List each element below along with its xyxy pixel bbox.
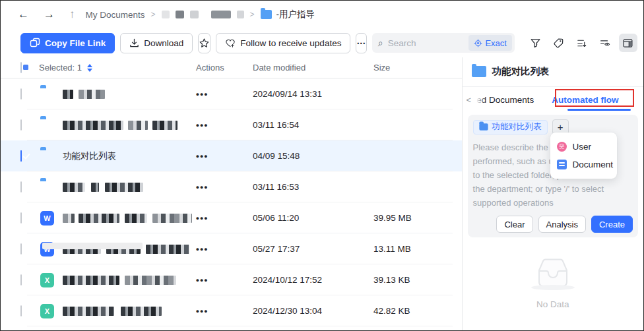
dropdown-item-user[interactable]: User [557, 138, 610, 156]
empty-icon-shadow [531, 285, 575, 290]
breadcrumb-separator: > [250, 10, 255, 19]
row-checkbox[interactable] [20, 181, 22, 193]
row-size: 42.82 KB [373, 306, 462, 316]
search-input[interactable] [388, 38, 469, 48]
row-date: 2024/09/14 13:31 [253, 89, 373, 99]
file-list: Selected: 1 Actions Date modified Size •… [1, 57, 462, 331]
panel-title: 功能对比列表 [492, 65, 550, 78]
row-checkbox[interactable] [20, 119, 22, 131]
copy-file-link-label: Copy File Link [45, 38, 106, 48]
dropdown-item-document[interactable]: Document [557, 156, 610, 173]
row-date: 2024/10/12 17:52 [253, 275, 373, 285]
tab-related-documents[interactable]: ed Documents [476, 95, 541, 105]
more-actions-button[interactable]: ⋯ [356, 33, 367, 53]
row-date: 04/09 15:48 [253, 151, 373, 161]
filter-icon[interactable] [527, 34, 545, 52]
file-name[interactable]: 功能对比列表 [63, 150, 196, 162]
table-row[interactable]: ••• 03/11 16:53 [1, 171, 462, 202]
clear-button[interactable]: Clear [496, 216, 532, 233]
redacted-file-name [63, 121, 196, 130]
folder-icon [261, 10, 272, 19]
table-row[interactable]: X ••• 2024/12/30 13:04 42.82 KB [1, 295, 462, 326]
row-size: 39.95 MB [373, 213, 462, 223]
row-actions-button[interactable]: ••• [196, 89, 253, 99]
composer-buttons: Clear Analysis Create [496, 216, 633, 233]
dropdown-item-label: Document [573, 160, 614, 169]
panel-header: 功能对比列表 [463, 57, 643, 87]
table-row[interactable]: ••• 2024/09/14 13:31 [1, 78, 462, 109]
create-button[interactable]: Create [591, 216, 633, 233]
row-actions-button[interactable]: ••• [196, 244, 253, 254]
ellipsis-icon: ⋯ [356, 38, 366, 48]
copy-link-icon [30, 38, 40, 48]
tab-automated-flow[interactable]: Automated flow [552, 95, 618, 105]
folder-context-chip[interactable]: 功能对比列表 [473, 120, 548, 135]
row-date: 03/11 16:54 [253, 120, 373, 130]
breadcrumb-separator: > [151, 10, 156, 19]
back-icon[interactable]: ← [18, 8, 29, 21]
analysis-button[interactable]: Analysis [538, 216, 586, 233]
document-icon [557, 160, 567, 169]
exact-match-toggle[interactable]: Exact [468, 35, 512, 51]
details-panel-toggle-icon[interactable] [619, 34, 637, 52]
forward-icon[interactable]: → [44, 8, 55, 21]
follow-updates-button[interactable]: Follow to receive updates [216, 33, 350, 53]
breadcrumb: My Documents > > -用户指导 [86, 9, 315, 20]
table-row[interactable]: W ••• 05/06 11:20 39.95 MB [1, 202, 462, 233]
column-header-actions[interactable]: Actions [196, 63, 253, 73]
breadcrumb-redacted-segment[interactable] [162, 11, 244, 18]
hidden-items-eye-icon[interactable] [596, 34, 614, 52]
search-box[interactable]: ⌕ Exact [372, 33, 515, 53]
table-row[interactable]: X ••• 2024/10/12 17:52 39.13 KB [1, 264, 462, 295]
chip-label: 功能对比列表 [492, 121, 542, 133]
row-checkbox[interactable] [20, 243, 22, 255]
folder-icon [472, 66, 486, 77]
row-size: 13.11 MB [373, 244, 462, 254]
select-all-checkbox[interactable] [20, 62, 22, 73]
tabs-scroll-left-icon[interactable]: < [467, 95, 472, 105]
row-actions-button[interactable]: ••• [196, 120, 253, 130]
folder-icon [479, 123, 488, 130]
up-level-icon[interactable]: ↑ [69, 8, 75, 21]
target-icon [474, 39, 482, 47]
redacted-file-name [63, 90, 196, 99]
sort-icon[interactable] [573, 34, 591, 52]
row-checkbox[interactable] [20, 212, 22, 224]
toolbar-icon-group [527, 34, 637, 52]
active-tab-underline [567, 109, 631, 111]
row-date: 05/06 11:20 [253, 213, 373, 223]
column-header-size[interactable]: Size [373, 63, 462, 73]
row-checkbox[interactable] [20, 274, 22, 286]
redacted-file-name [63, 276, 196, 285]
selected-count-label: Selected: 1 [39, 63, 82, 73]
column-header-date-modified[interactable]: Date modified [253, 63, 373, 73]
excel-spreadsheet-icon: X [40, 273, 54, 287]
breadcrumb-root[interactable]: My Documents [86, 10, 145, 20]
heart-follow-icon [225, 38, 236, 48]
user-icon [557, 142, 567, 152]
star-icon [199, 38, 210, 49]
copy-file-link-button[interactable]: Copy File Link [20, 33, 115, 53]
row-checkbox[interactable] [20, 88, 22, 100]
download-label: Download [144, 38, 183, 48]
sort-toggle-icon[interactable] [87, 64, 92, 72]
row-date: 2024/12/30 13:04 [253, 306, 373, 316]
table-row[interactable]: ••• 03/11 16:54 [1, 109, 462, 140]
row-actions-button[interactable]: ••• [196, 151, 253, 161]
row-size: 39.13 KB [373, 275, 462, 285]
row-actions-button[interactable]: ••• [196, 275, 253, 285]
favorite-star-button[interactable] [198, 33, 210, 53]
download-button[interactable]: Download [120, 33, 193, 53]
row-date: 05/27 17:37 [253, 244, 373, 254]
row-checkbox[interactable] [20, 305, 22, 316]
table-row-selected[interactable]: 功能对比列表 ••• 04/09 15:48 [1, 140, 462, 171]
row-actions-button[interactable]: ••• [196, 213, 253, 223]
tag-icon[interactable] [550, 34, 568, 52]
row-actions-button[interactable]: ••• [196, 306, 253, 316]
search-icon: ⌕ [378, 38, 383, 49]
follow-updates-label: Follow to receive updates [240, 38, 341, 48]
details-panel: 功能对比列表 < ed Documents Automated flow 功能对… [462, 57, 643, 331]
row-actions-button[interactable]: ••• [196, 182, 253, 192]
dropdown-item-label: User [573, 142, 592, 152]
row-checkbox-checked[interactable] [20, 150, 22, 162]
